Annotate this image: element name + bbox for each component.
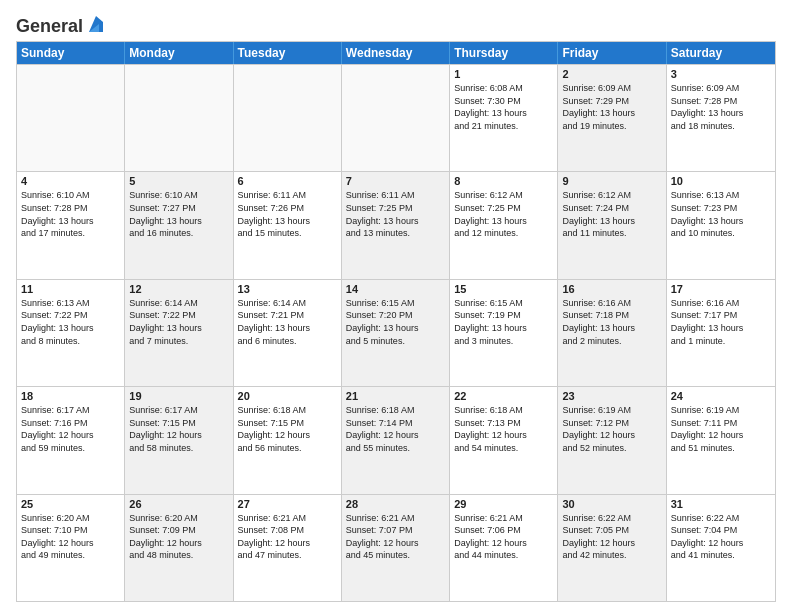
day-cell-5: 5Sunrise: 6:10 AM Sunset: 7:27 PM Daylig… (125, 172, 233, 278)
day-cell-28: 28Sunrise: 6:21 AM Sunset: 7:07 PM Dayli… (342, 495, 450, 601)
day-cell-7: 7Sunrise: 6:11 AM Sunset: 7:25 PM Daylig… (342, 172, 450, 278)
weekday-header-thursday: Thursday (450, 42, 558, 64)
day-number: 13 (238, 283, 337, 295)
day-cell-9: 9Sunrise: 6:12 AM Sunset: 7:24 PM Daylig… (558, 172, 666, 278)
day-cell-27: 27Sunrise: 6:21 AM Sunset: 7:08 PM Dayli… (234, 495, 342, 601)
day-number: 5 (129, 175, 228, 187)
weekday-header-friday: Friday (558, 42, 666, 64)
day-cell-24: 24Sunrise: 6:19 AM Sunset: 7:11 PM Dayli… (667, 387, 775, 493)
day-cell-15: 15Sunrise: 6:15 AM Sunset: 7:19 PM Dayli… (450, 280, 558, 386)
day-cell-14: 14Sunrise: 6:15 AM Sunset: 7:20 PM Dayli… (342, 280, 450, 386)
day-cell-30: 30Sunrise: 6:22 AM Sunset: 7:05 PM Dayli… (558, 495, 666, 601)
day-cell-29: 29Sunrise: 6:21 AM Sunset: 7:06 PM Dayli… (450, 495, 558, 601)
day-info: Sunrise: 6:17 AM Sunset: 7:16 PM Dayligh… (21, 404, 120, 454)
day-info: Sunrise: 6:20 AM Sunset: 7:10 PM Dayligh… (21, 512, 120, 562)
day-number: 23 (562, 390, 661, 402)
day-info: Sunrise: 6:19 AM Sunset: 7:12 PM Dayligh… (562, 404, 661, 454)
calendar-header: SundayMondayTuesdayWednesdayThursdayFrid… (17, 42, 775, 64)
day-number: 1 (454, 68, 553, 80)
calendar-body: 1Sunrise: 6:08 AM Sunset: 7:30 PM Daylig… (17, 64, 775, 601)
day-number: 16 (562, 283, 661, 295)
day-info: Sunrise: 6:15 AM Sunset: 7:19 PM Dayligh… (454, 297, 553, 347)
day-number: 28 (346, 498, 445, 510)
calendar: SundayMondayTuesdayWednesdayThursdayFrid… (16, 41, 776, 602)
day-number: 15 (454, 283, 553, 295)
day-number: 8 (454, 175, 553, 187)
calendar-row-3: 18Sunrise: 6:17 AM Sunset: 7:16 PM Dayli… (17, 386, 775, 493)
day-cell-26: 26Sunrise: 6:20 AM Sunset: 7:09 PM Dayli… (125, 495, 233, 601)
calendar-row-0: 1Sunrise: 6:08 AM Sunset: 7:30 PM Daylig… (17, 64, 775, 171)
day-info: Sunrise: 6:10 AM Sunset: 7:28 PM Dayligh… (21, 189, 120, 239)
day-info: Sunrise: 6:12 AM Sunset: 7:24 PM Dayligh… (562, 189, 661, 239)
day-cell-16: 16Sunrise: 6:16 AM Sunset: 7:18 PM Dayli… (558, 280, 666, 386)
day-cell-23: 23Sunrise: 6:19 AM Sunset: 7:12 PM Dayli… (558, 387, 666, 493)
day-cell-2: 2Sunrise: 6:09 AM Sunset: 7:29 PM Daylig… (558, 65, 666, 171)
day-info: Sunrise: 6:14 AM Sunset: 7:21 PM Dayligh… (238, 297, 337, 347)
day-cell-21: 21Sunrise: 6:18 AM Sunset: 7:14 PM Dayli… (342, 387, 450, 493)
day-info: Sunrise: 6:21 AM Sunset: 7:06 PM Dayligh… (454, 512, 553, 562)
day-info: Sunrise: 6:10 AM Sunset: 7:27 PM Dayligh… (129, 189, 228, 239)
empty-cell (342, 65, 450, 171)
logo: General (16, 16, 107, 33)
day-info: Sunrise: 6:18 AM Sunset: 7:13 PM Dayligh… (454, 404, 553, 454)
day-info: Sunrise: 6:09 AM Sunset: 7:29 PM Dayligh… (562, 82, 661, 132)
day-number: 22 (454, 390, 553, 402)
day-number: 31 (671, 498, 771, 510)
day-info: Sunrise: 6:13 AM Sunset: 7:22 PM Dayligh… (21, 297, 120, 347)
day-cell-4: 4Sunrise: 6:10 AM Sunset: 7:28 PM Daylig… (17, 172, 125, 278)
day-cell-22: 22Sunrise: 6:18 AM Sunset: 7:13 PM Dayli… (450, 387, 558, 493)
day-cell-31: 31Sunrise: 6:22 AM Sunset: 7:04 PM Dayli… (667, 495, 775, 601)
day-info: Sunrise: 6:21 AM Sunset: 7:08 PM Dayligh… (238, 512, 337, 562)
day-number: 11 (21, 283, 120, 295)
day-info: Sunrise: 6:12 AM Sunset: 7:25 PM Dayligh… (454, 189, 553, 239)
weekday-header-tuesday: Tuesday (234, 42, 342, 64)
day-number: 30 (562, 498, 661, 510)
day-cell-13: 13Sunrise: 6:14 AM Sunset: 7:21 PM Dayli… (234, 280, 342, 386)
calendar-row-2: 11Sunrise: 6:13 AM Sunset: 7:22 PM Dayli… (17, 279, 775, 386)
weekday-header-saturday: Saturday (667, 42, 775, 64)
day-info: Sunrise: 6:11 AM Sunset: 7:26 PM Dayligh… (238, 189, 337, 239)
day-info: Sunrise: 6:17 AM Sunset: 7:15 PM Dayligh… (129, 404, 228, 454)
day-number: 4 (21, 175, 120, 187)
day-info: Sunrise: 6:19 AM Sunset: 7:11 PM Dayligh… (671, 404, 771, 454)
day-cell-10: 10Sunrise: 6:13 AM Sunset: 7:23 PM Dayli… (667, 172, 775, 278)
day-info: Sunrise: 6:21 AM Sunset: 7:07 PM Dayligh… (346, 512, 445, 562)
day-number: 27 (238, 498, 337, 510)
day-number: 17 (671, 283, 771, 295)
logo-general: General (16, 16, 83, 37)
day-info: Sunrise: 6:15 AM Sunset: 7:20 PM Dayligh… (346, 297, 445, 347)
day-cell-1: 1Sunrise: 6:08 AM Sunset: 7:30 PM Daylig… (450, 65, 558, 171)
day-number: 18 (21, 390, 120, 402)
day-info: Sunrise: 6:18 AM Sunset: 7:15 PM Dayligh… (238, 404, 337, 454)
day-cell-11: 11Sunrise: 6:13 AM Sunset: 7:22 PM Dayli… (17, 280, 125, 386)
empty-cell (125, 65, 233, 171)
day-number: 14 (346, 283, 445, 295)
day-info: Sunrise: 6:13 AM Sunset: 7:23 PM Dayligh… (671, 189, 771, 239)
day-cell-20: 20Sunrise: 6:18 AM Sunset: 7:15 PM Dayli… (234, 387, 342, 493)
empty-cell (234, 65, 342, 171)
calendar-row-1: 4Sunrise: 6:10 AM Sunset: 7:28 PM Daylig… (17, 171, 775, 278)
day-info: Sunrise: 6:11 AM Sunset: 7:25 PM Dayligh… (346, 189, 445, 239)
day-cell-3: 3Sunrise: 6:09 AM Sunset: 7:28 PM Daylig… (667, 65, 775, 171)
day-info: Sunrise: 6:18 AM Sunset: 7:14 PM Dayligh… (346, 404, 445, 454)
day-info: Sunrise: 6:20 AM Sunset: 7:09 PM Dayligh… (129, 512, 228, 562)
day-number: 19 (129, 390, 228, 402)
weekday-header-wednesday: Wednesday (342, 42, 450, 64)
day-cell-6: 6Sunrise: 6:11 AM Sunset: 7:26 PM Daylig… (234, 172, 342, 278)
day-info: Sunrise: 6:22 AM Sunset: 7:05 PM Dayligh… (562, 512, 661, 562)
logo-icon (85, 14, 107, 36)
day-info: Sunrise: 6:16 AM Sunset: 7:17 PM Dayligh… (671, 297, 771, 347)
day-number: 3 (671, 68, 771, 80)
day-info: Sunrise: 6:22 AM Sunset: 7:04 PM Dayligh… (671, 512, 771, 562)
weekday-header-monday: Monday (125, 42, 233, 64)
day-number: 7 (346, 175, 445, 187)
empty-cell (17, 65, 125, 171)
day-number: 12 (129, 283, 228, 295)
page: General SundayMondayTuesdayWednesdayThur… (0, 0, 792, 612)
day-cell-8: 8Sunrise: 6:12 AM Sunset: 7:25 PM Daylig… (450, 172, 558, 278)
day-number: 6 (238, 175, 337, 187)
day-number: 26 (129, 498, 228, 510)
day-number: 24 (671, 390, 771, 402)
day-cell-25: 25Sunrise: 6:20 AM Sunset: 7:10 PM Dayli… (17, 495, 125, 601)
day-number: 10 (671, 175, 771, 187)
